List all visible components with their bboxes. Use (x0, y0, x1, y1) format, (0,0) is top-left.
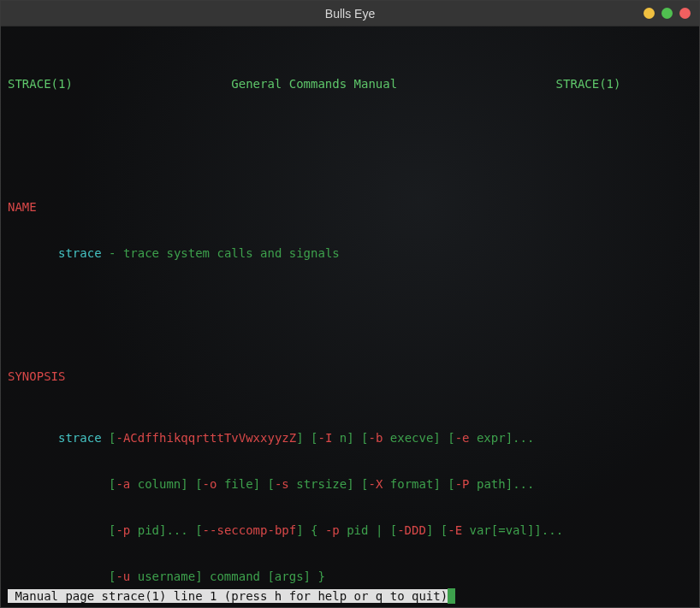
pager-status-line[interactable]: Manual page strace(1) line 1 (press h fo… (8, 588, 455, 604)
header-right: STRACE(1) (556, 77, 621, 91)
header-left: STRACE(1) (8, 77, 73, 91)
minimize-button[interactable] (644, 8, 655, 19)
synopsis-heading: SYNOPSIS (8, 369, 692, 384)
app-window: Bulls Eye STRACE(1) General Commands Man… (0, 0, 700, 608)
synopsis-1-line-2: [-a column] [-o file] [-s strsize] [-X f… (8, 476, 692, 492)
man-header: STRACE(1) General Commands Manual STRACE… (8, 76, 692, 91)
titlebar[interactable]: Bulls Eye (1, 1, 699, 27)
window-title: Bulls Eye (325, 6, 375, 21)
synopsis-1-line-4: [-u username] command [args] } (8, 569, 692, 584)
header-center: General Commands Manual (231, 77, 397, 91)
terminal-viewport[interactable]: STRACE(1) General Commands Manual STRACE… (1, 27, 699, 607)
window-controls (644, 8, 691, 19)
name-heading: NAME (8, 199, 692, 215)
close-button[interactable] (679, 8, 691, 19)
synopsis-1-line-3: [-p pid]... [--seccomp-bpf] { -p pid | [… (8, 522, 692, 538)
maximize-button[interactable] (661, 8, 673, 19)
synopsis-1-line-1: strace [-ACdffhikqqrtttTvVwxxyyzZ] [-I n… (8, 430, 692, 446)
cursor-block (448, 588, 455, 604)
name-line: strace - trace system calls and signals (8, 245, 692, 261)
